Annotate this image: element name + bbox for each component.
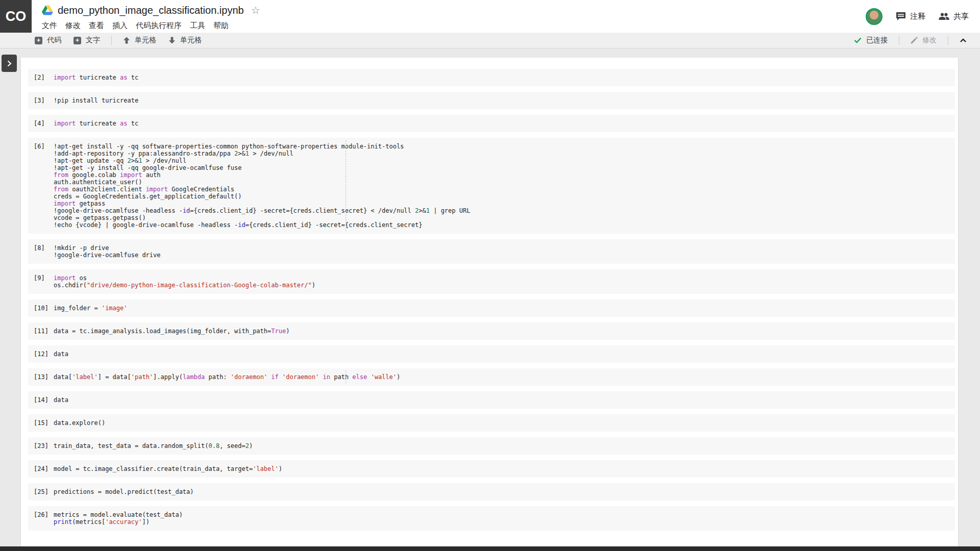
code-area[interactable]: model = tc.image_classifier.create(train…	[54, 460, 955, 478]
code-area[interactable]: import turicreate as tc	[54, 69, 955, 86]
code-cell[interactable]: [3]!pip install turicreate	[28, 92, 955, 109]
execution-count[interactable]: [24]	[28, 460, 54, 478]
code-cell[interactable]: [14]data	[28, 391, 955, 409]
code-line: !apt-get update -qq 2>&1 > /dev/null	[54, 157, 955, 164]
comment-button[interactable]: 注释	[896, 12, 925, 21]
header-right: 注释 共享	[866, 0, 969, 33]
document-title[interactable]: demo_python_image_classification.ipynb	[58, 5, 244, 16]
menu-item[interactable]: 工具	[186, 21, 209, 31]
code-cell[interactable]: [6]!apt-get install -y -qq software-prop…	[28, 138, 955, 234]
code-cell[interactable]: [24]model = tc.image_classifier.create(t…	[28, 460, 955, 478]
menu-item[interactable]: 代码执行程序	[132, 21, 186, 31]
code-token: >&	[238, 150, 245, 157]
code-token	[279, 373, 282, 381]
execution-count[interactable]: [26]	[28, 506, 54, 531]
execution-count[interactable]: [15]	[28, 414, 54, 432]
code-token: data = tc.image_analysis.load_images(img…	[54, 328, 271, 335]
code-token: auth	[142, 171, 160, 179]
execution-count[interactable]: [6]	[28, 138, 54, 234]
execution-count[interactable]: [4]	[28, 115, 54, 132]
move-cell-down-button[interactable]: 单元格	[162, 36, 208, 45]
editing-mode-button[interactable]: 修改	[904, 36, 943, 45]
code-token: "drive/demo-python-image-classification-…	[87, 282, 312, 289]
code-area[interactable]: import osos.chdir("drive/demo-python-ima…	[54, 269, 955, 294]
user-avatar[interactable]	[866, 8, 883, 25]
add-text-cell-button[interactable]: 文字	[67, 36, 106, 45]
code-line: !echo {vcode} | google-drive-ocamlfuse -…	[54, 221, 955, 229]
add-code-cell-button[interactable]: 代码	[29, 36, 67, 45]
code-line: creds = GoogleCredentials.get_applicatio…	[54, 193, 955, 200]
execution-count[interactable]: [12]	[28, 345, 54, 363]
code-cell[interactable]: [8]!mkdir -p drive!google-drive-ocamlfus…	[28, 239, 955, 264]
code-area[interactable]: data	[54, 345, 955, 363]
code-cell[interactable]: [4]import turicreate as tc	[28, 115, 955, 132]
code-line: os.chdir("drive/demo-python-image-classi…	[54, 282, 955, 289]
code-token: import	[54, 74, 76, 81]
menu-item[interactable]: 文件	[38, 21, 61, 31]
collapse-toolbar-button[interactable]	[953, 38, 973, 43]
code-area[interactable]: metrics = model.evaluate(test_data)print…	[54, 506, 955, 531]
code-token: from	[54, 171, 68, 179]
code-token: 'accuracy'	[105, 518, 142, 525]
menu-item[interactable]: 查看	[85, 21, 108, 31]
code-area[interactable]: data.explore()	[54, 414, 955, 432]
code-area[interactable]: !pip install turicreate	[54, 92, 955, 109]
code-area[interactable]: data['label'] = data['path'].apply(lambd…	[54, 368, 955, 386]
execution-count[interactable]: [13]	[28, 368, 54, 386]
code-area[interactable]: !mkdir -p drive!google-drive-ocamlfuse d…	[54, 239, 955, 264]
execution-count[interactable]: [2]	[28, 69, 54, 86]
code-area[interactable]: data = tc.image_analysis.load_images(img…	[54, 322, 955, 340]
menu-item[interactable]: 帮助	[209, 21, 233, 31]
cell-toolbar: 代码 文字 单元格 单元格 已连接	[0, 33, 980, 48]
code-area[interactable]: train_data, test_data = data.random_spli…	[54, 437, 955, 455]
code-cell[interactable]: [26]metrics = model.evaluate(test_data)p…	[28, 506, 955, 531]
code-area[interactable]: !apt-get install -y -qq software-propert…	[54, 138, 955, 234]
sidebar-toggle-button[interactable]	[2, 55, 17, 72]
code-cell[interactable]: [15]data.explore()	[28, 414, 955, 432]
code-token: !mkdir -p drive	[54, 244, 109, 252]
code-token: from	[54, 186, 68, 193]
menu-item[interactable]: 插入	[108, 21, 132, 31]
code-area[interactable]: img_folder = 'image'	[54, 299, 955, 317]
code-cell[interactable]: [11]data = tc.image_analysis.load_images…	[28, 322, 955, 340]
code-cell[interactable]: [13]data['label'] = data['path'].apply(l…	[28, 368, 955, 386]
code-area[interactable]: predictions = model.predict(test_data)	[54, 483, 955, 500]
code-line: !google-drive-ocamlfuse drive	[54, 252, 955, 259]
code-token: lambda	[183, 373, 205, 381]
code-line: !apt-get install -y -qq software-propert…	[54, 143, 955, 150]
code-area[interactable]: data	[54, 391, 955, 409]
colab-logo[interactable]: CO	[0, 0, 32, 33]
code-cell[interactable]: [10]img_folder = 'image'	[28, 299, 955, 317]
execution-count[interactable]: [23]	[28, 437, 54, 455]
code-cell[interactable]: [23]train_data, test_data = data.random_…	[28, 437, 955, 455]
execution-count[interactable]: [14]	[28, 391, 54, 409]
code-cell[interactable]: [2]import turicreate as tc	[28, 69, 955, 86]
execution-count[interactable]: [9]	[28, 269, 54, 294]
execution-count[interactable]: [3]	[28, 92, 54, 109]
code-token: print	[54, 518, 72, 525]
code-line: import turicreate as tc	[54, 74, 955, 81]
menu-item[interactable]: 修改	[61, 21, 85, 31]
code-cell[interactable]: [12]data	[28, 345, 955, 363]
code-line: predictions = model.predict(test_data)	[54, 488, 955, 495]
cell-list: [2]import turicreate as tc[3]!pip instal…	[21, 69, 958, 531]
edit-label: 修改	[922, 36, 937, 45]
execution-count[interactable]: [10]	[28, 299, 54, 317]
code-token: 2	[128, 157, 131, 164]
share-button[interactable]: 共享	[939, 12, 969, 21]
execution-count[interactable]: [8]	[28, 239, 54, 264]
code-token: 'label'	[253, 465, 279, 472]
star-icon[interactable]	[251, 4, 260, 16]
code-token: metrics = model.evaluate(test_data)	[54, 511, 183, 518]
code-cell[interactable]: [9]import osos.chdir("drive/demo-python-…	[28, 269, 955, 294]
code-cell[interactable]: [25]predictions = model.predict(test_dat…	[28, 483, 955, 500]
connection-status[interactable]: 已连接	[848, 36, 894, 45]
code-area[interactable]: import turicreate as tc	[54, 115, 955, 132]
code-token: os.chdir(	[54, 282, 87, 289]
code-token: img_folder =	[54, 305, 102, 312]
execution-count[interactable]: [25]	[28, 483, 54, 500]
code-token: import	[54, 120, 76, 127]
code-token: True	[271, 328, 286, 335]
execution-count[interactable]: [11]	[28, 322, 54, 340]
move-cell-up-button[interactable]: 单元格	[117, 36, 162, 45]
